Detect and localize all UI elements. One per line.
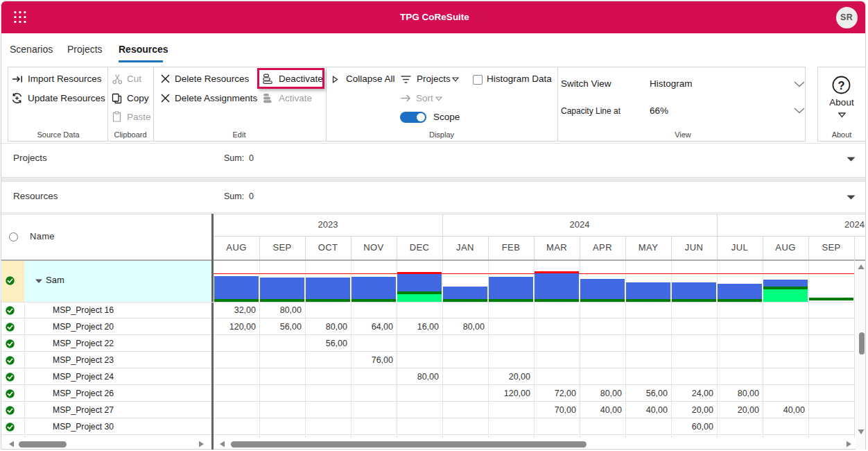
svg-text:?: ? <box>837 79 844 92</box>
